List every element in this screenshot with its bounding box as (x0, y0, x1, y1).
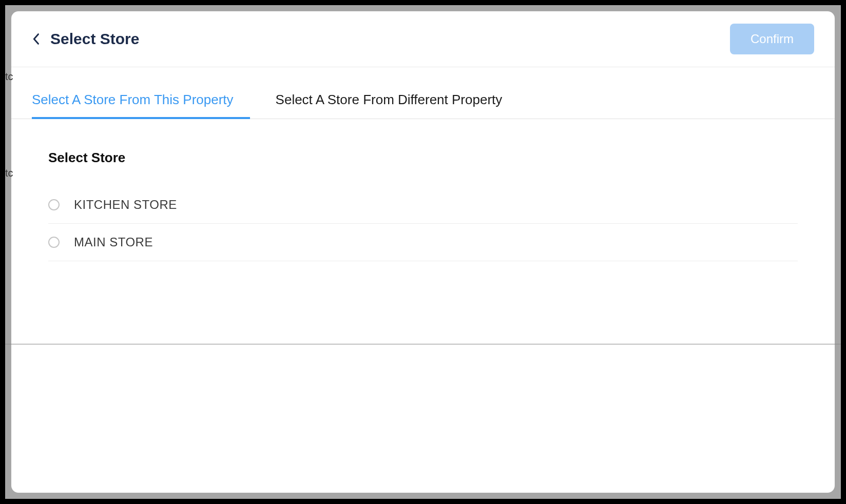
background-text: tc (5, 167, 13, 179)
modal-content: Select Store KITCHEN STORE MAIN STORE (11, 119, 835, 292)
tab-different-property[interactable]: Select A Store From Different Property (276, 83, 519, 119)
radio-icon (48, 237, 60, 248)
select-store-modal: Select Store Confirm Select A Store From… (11, 11, 835, 493)
header-left: Select Store (32, 30, 139, 48)
store-label: MAIN STORE (74, 235, 153, 249)
store-list: KITCHEN STORE MAIN STORE (48, 186, 798, 261)
store-label: KITCHEN STORE (74, 198, 177, 212)
background-text: tc (5, 71, 13, 83)
section-title: Select Store (48, 150, 798, 166)
tab-this-property[interactable]: Select A Store From This Property (32, 83, 250, 119)
store-item-main[interactable]: MAIN STORE (48, 224, 798, 261)
store-item-kitchen[interactable]: KITCHEN STORE (48, 186, 798, 224)
tabs: Select A Store From This Property Select… (11, 83, 835, 119)
confirm-button[interactable]: Confirm (730, 24, 814, 54)
chevron-left-icon (33, 33, 40, 45)
modal-title: Select Store (50, 30, 139, 48)
background-divider (5, 344, 841, 344)
radio-icon (48, 199, 60, 210)
back-button[interactable] (32, 32, 41, 46)
modal-header: Select Store Confirm (11, 11, 835, 67)
